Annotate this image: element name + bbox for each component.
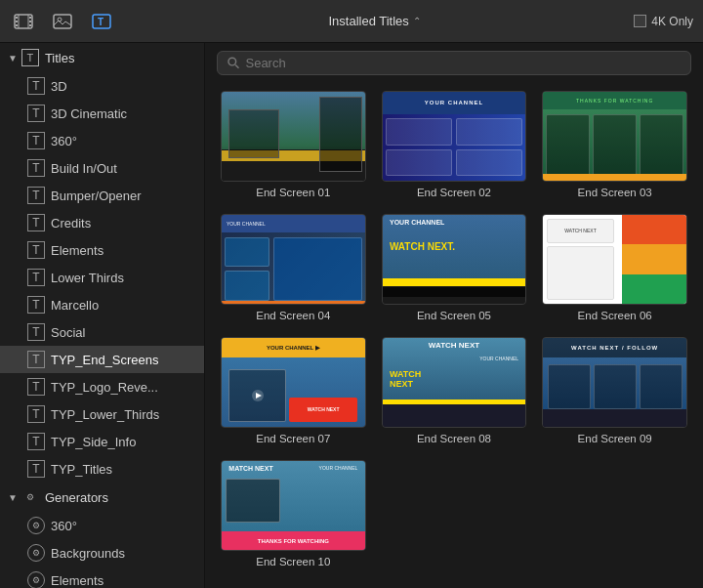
grid-item-label: End Screen 09 [578,433,652,444]
item-icon-build: T [27,159,45,177]
content-area: End Screen 01 YOUR CHANNEL End S [205,43,703,588]
sidebar-item-label: Bumper/Opener [51,189,142,203]
svg-rect-5 [16,24,18,26]
item-icon-typ-titles: T [27,460,45,478]
item-icon-lower-thirds: T [27,269,45,286]
sidebar-item-social[interactable]: T Social [0,318,204,346]
sidebar-item-typ-logo-reve[interactable]: T TYP_Logo_Reve... [0,373,204,400]
svg-rect-6 [29,17,31,19]
sidebar-item-credits[interactable]: T Credits [0,209,204,236]
grid-item-es05[interactable]: YOUR CHANNEL WATCH NEXT. End Screen 05 [382,214,527,321]
grid-item-label: End Screen 07 [256,433,330,444]
grid-item-es04[interactable]: YOUR CHANNEL End Screen 04 [221,214,366,321]
sidebar-item-typ-end-screens[interactable]: T TYP_End_Screens [0,346,204,373]
thumb-es05: YOUR CHANNEL WATCH NEXT. [382,214,527,305]
sidebar-item-label: Marcello [51,298,99,313]
sidebar-item-marcello[interactable]: T Marcello [0,291,204,318]
sidebar-item-label: Elements [51,243,103,258]
generators-section-label: Generators [45,490,108,505]
grid-item-label: End Screen 08 [417,433,491,444]
grid-item-es03[interactable]: THANKS FOR WATCHING End Screen 03 [542,91,687,198]
item-icon-social: T [27,323,45,341]
titles-grid: End Screen 01 YOUR CHANNEL End S [205,83,703,583]
grid-item-es01[interactable]: End Screen 01 [221,91,366,198]
grid-item-label: End Screen 02 [417,187,491,198]
search-bar [205,43,703,83]
sidebar-item-3d[interactable]: T 3D [0,72,204,100]
grid-item-label: End Screen 06 [578,310,652,321]
thumb-es02: YOUR CHANNEL [382,91,527,182]
thumb-es01 [221,91,366,182]
sidebar-item-typ-titles[interactable]: T TYP_Titles [0,455,204,483]
thumb-es08: WATCH NEXT WATCHNEXT YOUR CHANNEL [382,337,527,428]
svg-line-14 [235,64,238,67]
chevron-icon: ⌃ [413,16,421,26]
sidebar-item-label: TYP_Lower_Thirds [51,407,159,422]
titles-chevron-icon: ▼ [8,53,18,63]
sidebar-item-360[interactable]: T 360° [0,127,204,154]
sidebar-item-label: Credits [51,216,91,231]
sidebar-item-label: TYP_Titles [51,462,112,477]
item-icon-typ-side: T [27,433,45,450]
svg-text:T: T [98,17,103,27]
svg-rect-8 [29,24,31,26]
svg-rect-4 [16,21,18,22]
sidebar-item-label: TYP_End_Screens [51,353,159,367]
toolbar-right: 4K Only [634,15,693,28]
item-icon-marcello: T [27,296,45,314]
sidebar-item-elements[interactable]: T Elements [0,236,204,264]
svg-point-13 [228,58,236,65]
sidebar-item-typ-lower-thirds[interactable]: T TYP_Lower_Thirds [0,400,204,428]
sidebar-item-build-in-out[interactable]: T Build In/Out [0,154,204,182]
film-icon[interactable] [10,8,37,35]
grid-item-es10[interactable]: MATCH NEXT YOUR CHANNEL THANKS FOR WATCH… [221,460,366,567]
sidebar: ▼ T Titles T 3D T 3D Cinematic T 360° T … [0,43,205,588]
sidebar-item-gen-360[interactable]: ⚙ 360° [0,512,204,539]
grid-item-label: End Screen 01 [256,187,330,198]
sidebar-item-label: Elements [51,573,103,588]
4k-only-toggle[interactable]: 4K Only [634,15,693,28]
svg-rect-7 [29,21,31,22]
grid-item-es02[interactable]: YOUR CHANNEL End Screen 02 [382,91,527,198]
sidebar-item-label: 3D [51,79,67,94]
search-icon [227,57,239,69]
grid-item-es08[interactable]: WATCH NEXT WATCHNEXT YOUR CHANNEL End Sc… [382,337,527,444]
sidebar-titles-header[interactable]: ▼ T Titles [0,43,204,72]
item-icon-elements-gen: ⚙ [27,571,45,588]
svg-rect-9 [54,15,71,28]
thumb-es09: WATCH NEXT / FOLLOW [542,337,687,428]
photo-icon[interactable] [49,8,76,35]
item-icon-elements: T [27,241,45,259]
4k-checkbox[interactable] [634,15,646,27]
generators-section-icon: ⚙ [21,488,39,506]
titles-icon[interactable]: T [88,8,115,35]
sidebar-item-lower-thirds[interactable]: T Lower Thirds [0,264,204,291]
item-icon-typ-lower: T [27,405,45,423]
grid-item-es09[interactable]: WATCH NEXT / FOLLOW End Screen 09 [542,337,687,444]
generators-chevron-icon: ▼ [8,492,18,503]
item-icon-typ-logo: T [27,378,45,396]
search-input-wrap[interactable] [217,51,691,75]
sidebar-item-elements-gen[interactable]: ⚙ Elements [0,567,204,588]
4k-only-label: 4K Only [651,15,693,28]
sidebar-item-label: 360° [51,519,77,533]
sidebar-item-backgrounds[interactable]: ⚙ Backgrounds [0,539,204,567]
item-icon-360: T [27,132,45,149]
thumb-es06: WATCH NEXT [542,214,687,305]
thumb-es07: YOUR CHANNEL ▶ WATCH NEXT [221,337,366,428]
sidebar-item-label: Social [51,325,85,340]
grid-item-es07[interactable]: YOUR CHANNEL ▶ WATCH NEXT End Screen 07 [221,337,366,444]
sidebar-generators-header[interactable]: ▼ ⚙ Generators [0,483,204,512]
thumb-es10: MATCH NEXT YOUR CHANNEL THANKS FOR WATCH… [221,460,366,551]
sidebar-item-typ-side-info[interactable]: T TYP_Side_Info [0,428,204,455]
item-icon-credits: T [27,214,45,231]
titles-section-icon: T [21,49,39,66]
sidebar-item-label: 3D Cinematic [51,106,127,121]
item-icon-bumper: T [27,187,45,204]
sidebar-item-3d-cinematic[interactable]: T 3D Cinematic [0,100,204,127]
grid-item-label: End Screen 04 [256,310,330,321]
sidebar-item-bumper-opener[interactable]: T Bumper/Opener [0,182,204,209]
search-input[interactable] [245,56,681,70]
grid-item-es06[interactable]: WATCH NEXT End Screen 06 [542,214,687,321]
toolbar-title-text: Installed Titles [328,14,408,28]
